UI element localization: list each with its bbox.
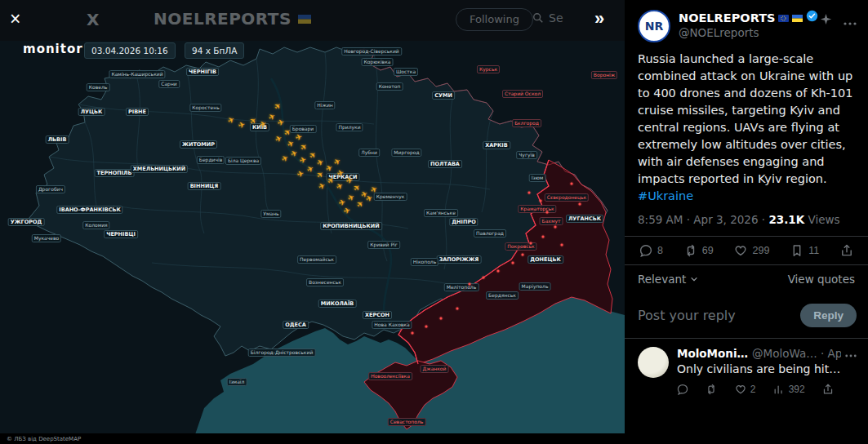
- bookmark-icon: [790, 244, 803, 257]
- comment-views-button[interactable]: 392: [773, 384, 805, 395]
- comment-text: Only civilians are being hit…: [677, 362, 857, 377]
- share-icon: [822, 384, 834, 395]
- reply-input[interactable]: Post your reply: [638, 308, 792, 323]
- reply-icon: [677, 384, 688, 395]
- commenter-avatar[interactable]: [638, 347, 669, 378]
- expand-icon[interactable]: »: [594, 8, 604, 29]
- commenter-name[interactable]: MoloMoni…: [677, 347, 748, 360]
- repost-button[interactable]: 69: [684, 244, 714, 257]
- like-button[interactable]: 299: [734, 244, 769, 257]
- views-label: Views: [804, 213, 839, 226]
- tweet-meta: 8:59 AM · Apr 3, 2026 · 23.1K Views: [625, 205, 868, 236]
- eu-flag-icon: [778, 10, 789, 25]
- comment-reply-button[interactable]: [677, 384, 688, 395]
- tweet-panel: NR NOELREPORTS @NOELreports: [625, 0, 868, 444]
- reply-button[interactable]: 8: [639, 244, 663, 257]
- author-avatar[interactable]: NR: [638, 10, 670, 42]
- view-quotes-link[interactable]: View quotes: [788, 273, 855, 286]
- sort-dropdown[interactable]: Relevant: [638, 273, 699, 286]
- comment-repost-button[interactable]: [706, 384, 717, 395]
- more-icon[interactable]: [844, 13, 857, 29]
- letterbox-bar: [0, 433, 625, 444]
- share-button[interactable]: [840, 244, 853, 257]
- heart-icon: [734, 244, 747, 257]
- grok-icon[interactable]: [820, 13, 832, 29]
- map-attribution: © ЛБЗ від DeepStateMAP: [7, 436, 81, 442]
- comment-like-button[interactable]: 2: [735, 384, 756, 395]
- reply-icon: [639, 244, 652, 257]
- views-count: 23.1K: [768, 213, 804, 226]
- repost-icon: [706, 384, 717, 395]
- ukraine-flag-icon: [792, 10, 803, 25]
- tweet-header: NR NOELREPORTS @NOELreports: [625, 0, 868, 42]
- x-lightbox-view: X NOELREPORTS Following Se: [0, 0, 868, 444]
- author-name[interactable]: NOELREPORTS: [679, 11, 775, 24]
- map-image: [0, 0, 625, 444]
- tweet-action-bar: 8 69 299 11: [625, 237, 868, 264]
- comment-meta: @MoloWa… · Apr 3: [752, 347, 841, 360]
- monitor-logo: monitor: [23, 42, 83, 56]
- replies-sort-row: Relevant View quotes: [625, 265, 868, 293]
- share-icon: [840, 244, 853, 257]
- comment-action-bar: 2 392: [677, 377, 857, 400]
- analytics-icon: [773, 384, 785, 395]
- chevron-down-icon: [689, 274, 699, 284]
- tweet-text-block: Russia launched a large-scale combined a…: [625, 42, 868, 205]
- drone-count-badge: 94 х БпЛА: [185, 42, 244, 59]
- hashtag-link[interactable]: #Ukraine: [638, 188, 693, 205]
- close-icon[interactable]: ×: [10, 8, 20, 30]
- heart-icon: [735, 384, 746, 395]
- comment-share-button[interactable]: [822, 384, 834, 395]
- verified-badge: [806, 10, 818, 25]
- map-timestamp-badge: 03.04.2026 10:16: [84, 42, 176, 59]
- reply-composer: Post your reply Reply: [625, 293, 868, 338]
- bookmark-button[interactable]: 11: [790, 244, 819, 257]
- tweet-text: Russia launched a large-scale combined a…: [638, 52, 853, 185]
- comment-more-icon[interactable]: [845, 347, 857, 360]
- reply-submit-button[interactable]: Reply: [800, 304, 857, 327]
- repost-icon: [684, 244, 697, 257]
- image-lightbox[interactable]: X NOELREPORTS Following Se: [0, 0, 625, 444]
- comment[interactable]: MoloMoni… @MoloWa… · Apr 3 Only civilian…: [625, 338, 868, 400]
- timestamp-text: 8:59 AM · Apr 3, 2026 ·: [638, 213, 768, 226]
- author-handle[interactable]: @NOELreports: [679, 26, 820, 39]
